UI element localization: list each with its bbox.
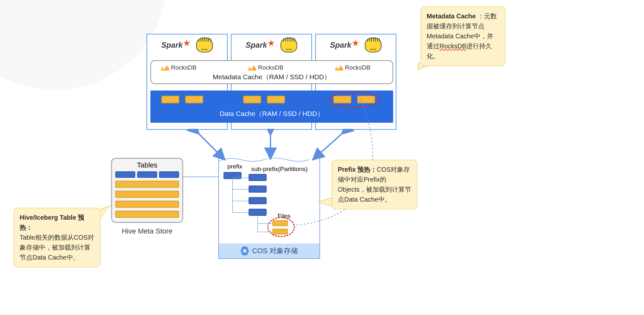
cos-footer-label: COS 对象存储	[252, 246, 298, 256]
metadata-cache-bar: RocksDB RocksDB RocksDB Metadata Cache（R…	[150, 60, 393, 84]
rocksdb-icon	[335, 65, 343, 71]
callout-table-warmup: Hive/Iceberg Table 预热：Table相关的数据从COS对象存储…	[14, 208, 100, 267]
spark-logo: Spark	[246, 41, 275, 50]
rocksdb-label: RocksDB	[258, 64, 283, 71]
hms-to-cos-line	[183, 177, 222, 177]
metadata-cache-label: Metadata Cache（RAM / SSD / HDD）	[151, 72, 393, 81]
sub-prefix-chip	[249, 209, 267, 216]
callout-metadata-cache: Metadata Cache ：元数据被缓存到计算节点Metadata Cach…	[421, 6, 506, 66]
hive-logo: HIVE	[196, 38, 213, 52]
prefix-label: prefix	[227, 163, 242, 170]
rocksdb-icon	[248, 65, 256, 71]
rocksdb-label: RocksDB	[171, 64, 196, 71]
tables-title: Tables	[112, 161, 182, 169]
sub-prefix-chip	[249, 174, 267, 181]
hive-meta-store-caption: Hive Meta Store	[111, 227, 183, 235]
hive-meta-store-box: Tables	[111, 158, 183, 223]
svg-line-0	[196, 131, 222, 157]
table-row	[115, 211, 179, 218]
table-chip	[159, 171, 179, 178]
data-block	[161, 96, 179, 103]
background-ellipse	[0, 0, 167, 90]
cos-footer: COS 对象存储	[219, 243, 319, 258]
hive-logo: HIVE	[280, 38, 297, 52]
sub-prefix-chip	[249, 197, 267, 204]
data-block	[185, 96, 203, 103]
rocksdb-label: RocksDB	[345, 64, 370, 71]
table-chip	[137, 171, 157, 178]
data-block	[243, 96, 261, 103]
callout-prefix-warmup: Prefix 预热：COS对象存储中对应Prefix的Objects，被加载到计…	[332, 160, 417, 209]
spark-logo: Spark	[161, 41, 191, 50]
rocksdb-icon	[161, 65, 169, 71]
table-row	[115, 201, 179, 208]
sub-prefix-chip	[249, 186, 267, 193]
spark-logo: Spark	[330, 41, 359, 50]
cos-hex-icon	[241, 246, 249, 256]
data-block	[267, 96, 285, 103]
prefix-chip	[223, 172, 242, 179]
table-row	[115, 181, 179, 188]
table-row	[115, 191, 179, 198]
table-chip	[115, 171, 135, 178]
hive-logo: HIVE	[365, 38, 382, 52]
